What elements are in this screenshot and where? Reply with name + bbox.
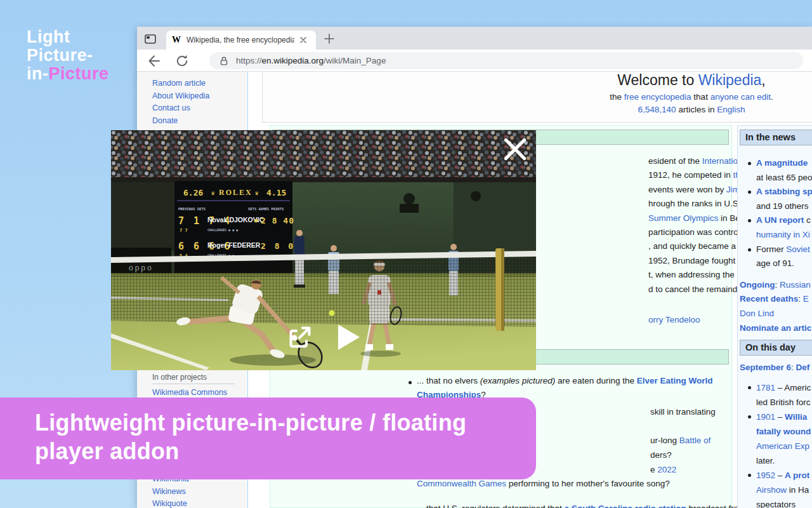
refresh-button[interactable] bbox=[175, 54, 189, 68]
back-button[interactable] bbox=[147, 54, 161, 68]
welcome-tagline: the free encyclopedia that anyone can ed… bbox=[263, 92, 812, 102]
tab-title: Wikipedia, the free encyclopedia bbox=[187, 36, 294, 44]
in-the-news-header: In the news bbox=[740, 130, 812, 145]
tab-actions-icon[interactable] bbox=[142, 31, 159, 46]
extension-logo: Light Picture- in-Picture bbox=[27, 28, 109, 83]
sidebar-link-wikimedia-commons[interactable]: Wikimedia Commons bbox=[152, 388, 227, 397]
url-text: https://en.wikipedia.org/wiki/Main_Page bbox=[236, 56, 386, 65]
pip-popout-icon[interactable] bbox=[287, 324, 313, 352]
sidebar-link-contact-us[interactable]: Contact us bbox=[152, 104, 190, 112]
article-count: 6,548,140 articles in English bbox=[263, 105, 812, 114]
dyk-fragment-2: ur-long Battle of bbox=[650, 436, 710, 445]
on-this-day-header: On this day bbox=[740, 340, 812, 356]
welcome-banner: Welcome to Wikipedia, the free encyclope… bbox=[262, 72, 812, 123]
news-item: Former Soviet bbox=[740, 243, 812, 257]
tennis-video-frame: 6.26 ♛ ROLEX ♛ 4.15 PREVIOUS SETS SETS G… bbox=[111, 130, 536, 370]
svg-text:7 7: 7 7 bbox=[180, 228, 188, 233]
lock-icon bbox=[218, 55, 230, 67]
promo-banner: Lightweight picture-in-picture / floatin… bbox=[0, 398, 536, 479]
news-item: A magnitude bbox=[740, 156, 812, 171]
otd-item: 1952 – A prot bbox=[740, 468, 812, 483]
dyk-item-commonwealth: Commonwealth Games performing to her mot… bbox=[417, 479, 670, 488]
logo-line3: in-Picture bbox=[27, 65, 109, 83]
otd-item: 1901 – Willia bbox=[740, 410, 812, 424]
sidebar-link-wikiquote[interactable]: Wikiquote bbox=[152, 499, 187, 508]
logo-line2: Picture- bbox=[27, 46, 109, 65]
news-item: A stabbing sp bbox=[740, 185, 812, 199]
tab-strip: W Wikipedia, the free encyclopedia bbox=[137, 27, 812, 50]
otd-date-line: September 6: Def bbox=[740, 360, 812, 375]
dyk-fragment-1: skill in translating bbox=[650, 407, 716, 417]
svg-text:SETS GAMES POINTS: SETS GAMES POINTS bbox=[248, 207, 284, 211]
desktop-background: Light Picture- in-Picture W Wikipedia, t… bbox=[0, 0, 812, 508]
sidebar-link-donate[interactable]: Donate bbox=[152, 116, 178, 125]
news-item: A UN report c bbox=[740, 213, 812, 228]
sidebar-link-random-article[interactable]: Random article bbox=[152, 79, 206, 88]
new-tab-button[interactable] bbox=[324, 33, 335, 47]
otd-item: 1781 – Americ bbox=[740, 380, 812, 395]
in-the-news-list: A magnitude at least 65 peo A stabbing s… bbox=[740, 156, 812, 335]
address-bar[interactable]: https://en.wikipedia.org/wiki/Main_Page bbox=[209, 52, 803, 69]
news-nominate: Nominate an artic bbox=[740, 321, 812, 336]
sidebar-heading-other-projects: In other projects bbox=[152, 373, 235, 384]
score-time-left: 6.26 bbox=[183, 188, 203, 197]
svg-text:CHALLENGES ● ● ●: CHALLENGES ● ● ● bbox=[207, 228, 238, 232]
close-tab-icon[interactable] bbox=[298, 35, 308, 45]
score-time-right: 4.15 bbox=[266, 188, 286, 197]
banner-line2: player addon bbox=[35, 437, 536, 465]
pip-player[interactable]: 6.26 ♛ ROLEX ♛ 4.15 PREVIOUS SETS SETS G… bbox=[111, 130, 536, 370]
pip-play-icon[interactable] bbox=[337, 323, 361, 354]
wikipedia-favicon: W bbox=[171, 35, 181, 45]
p2-score: 2 8 0 bbox=[261, 241, 295, 251]
svg-text:♛: ♛ bbox=[211, 190, 215, 196]
news-recent-deaths: Recent deaths: E bbox=[740, 292, 812, 307]
score-brand: ROLEX bbox=[219, 188, 252, 197]
tennis-ball bbox=[329, 311, 335, 316]
sidebar-link-wikinews[interactable]: Wikinews bbox=[152, 487, 186, 496]
news-ongoing: Ongoing: Russian bbox=[740, 278, 812, 293]
recently-featured-fragment: orry Tendeloo bbox=[648, 315, 700, 324]
svg-text:PREVIOUS SETS: PREVIOUS SETS bbox=[178, 207, 206, 211]
serve-indicator: ● bbox=[254, 217, 258, 224]
logo-line1: Light bbox=[27, 28, 109, 46]
browser-tab[interactable]: W Wikipedia, the free encyclopedia bbox=[166, 30, 316, 50]
dyk-fragment-3: ders? bbox=[650, 450, 672, 460]
news-don-lind: Don Lind bbox=[740, 307, 812, 321]
sidebar-link-about-wikipedia[interactable]: About Wikipedia bbox=[152, 91, 209, 100]
browser-toolbar: https://en.wikipedia.org/wiki/Main_Page bbox=[137, 50, 812, 72]
p2-name: Roger FEDERER bbox=[207, 241, 261, 249]
p1-score: 2 8 40 bbox=[261, 216, 294, 225]
on-this-day-list: September 6: Def 1781 – Americ led Briti… bbox=[740, 360, 812, 508]
welcome-title: Welcome to Wikipedia, bbox=[263, 72, 812, 88]
svg-text:♛: ♛ bbox=[255, 190, 259, 196]
dyk-fragment-4: e 2022 bbox=[650, 465, 676, 474]
banner-line1: Lightweight picture-in-picture / floatin… bbox=[35, 408, 536, 437]
pip-close-button[interactable] bbox=[503, 138, 527, 161]
